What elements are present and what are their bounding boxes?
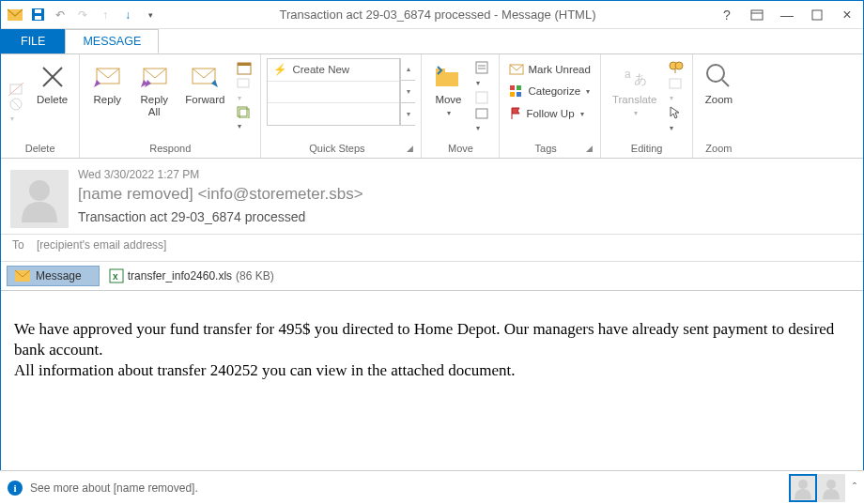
svg-rect-29 — [510, 85, 515, 90]
close-icon[interactable]: × — [835, 5, 859, 25]
categorize-button[interactable]: Categorize▾ — [507, 83, 592, 99]
ribbon-group-tags: Mark Unread Categorize▾ Follow Up▾ Tags◢ — [500, 54, 600, 158]
attachment-size: (86 KB) — [236, 269, 274, 283]
svg-rect-2 — [35, 16, 41, 20]
qat-dropdown-icon[interactable]: ▾ — [140, 5, 161, 25]
tags-launcher-icon[interactable]: ◢ — [586, 144, 593, 153]
quick-steps-scroll[interactable]: ▴▾▾ — [400, 58, 415, 126]
translate-button[interactable]: aあ Translate▾ — [607, 58, 663, 121]
reply-all-button[interactable]: Reply All — [132, 58, 176, 120]
title-bar: ↶ ↷ ↑ ↓ ▾ Transaction act 29-03_6874 pro… — [1, 1, 863, 29]
svg-rect-32 — [517, 92, 521, 97]
people-pane-thumbs — [789, 474, 845, 502]
quick-access-toolbar: ↶ ↷ ↑ ↓ ▾ — [5, 5, 161, 25]
rules-icon[interactable]: ▾ — [474, 60, 491, 88]
svg-rect-21 — [436, 72, 458, 86]
svg-rect-38 — [670, 79, 681, 88]
reply-icon — [91, 60, 123, 92]
attachment-item[interactable]: x transfer_info2460.xls (86 KB) — [105, 267, 278, 285]
svg-text:あ: あ — [634, 71, 647, 86]
lightning-icon: ⚡ — [273, 63, 286, 76]
move-folder-icon — [433, 60, 463, 92]
svg-rect-31 — [510, 92, 515, 97]
prev-icon[interactable]: ↑ — [95, 5, 116, 25]
svg-point-36 — [675, 62, 683, 69]
info-icon[interactable]: i — [8, 481, 23, 496]
svg-rect-18 — [238, 79, 249, 87]
svg-text:a: a — [625, 68, 631, 81]
select-icon[interactable]: ▾ — [668, 105, 685, 133]
group-label-quicksteps: Quick Steps — [267, 141, 407, 156]
ribbon: ▾ Delete Delete Reply Reply All Forward — [1, 53, 863, 159]
svg-rect-26 — [476, 92, 487, 103]
minimize-icon[interactable]: — — [775, 5, 799, 25]
message-tab[interactable]: Message — [7, 266, 100, 286]
window-title: Transaction act 29-03_6874 processed - M… — [161, 8, 715, 22]
zoom-button[interactable]: Zoom — [699, 58, 738, 108]
svg-point-45 — [798, 480, 808, 489]
svg-rect-23 — [476, 62, 487, 73]
to-value: [recipient's email address] — [37, 238, 166, 252]
help-icon[interactable]: ? — [715, 5, 739, 25]
group-label-delete: Delete — [7, 141, 73, 156]
svg-rect-3 — [35, 9, 41, 13]
forward-icon — [189, 60, 221, 92]
message-header: Wed 3/30/2022 1:27 PM [name removed] <in… — [1, 159, 863, 235]
to-label: To — [12, 238, 24, 252]
group-label-editing: Editing — [607, 141, 687, 156]
tab-file[interactable]: FILE — [1, 29, 65, 53]
quicksteps-launcher-icon[interactable]: ◢ — [407, 144, 413, 153]
expand-people-pane-icon[interactable]: ˆ — [853, 481, 856, 495]
svg-rect-4 — [751, 10, 763, 20]
tab-message[interactable]: MESSAGE — [65, 29, 159, 53]
mark-unread-button[interactable]: Mark Unread — [507, 62, 592, 77]
ignore-icon[interactable] — [8, 83, 25, 96]
undo-icon[interactable]: ↶ — [50, 5, 70, 25]
maximize-icon[interactable] — [805, 5, 829, 25]
person-thumb-2[interactable] — [817, 474, 845, 502]
person-thumb-1[interactable] — [789, 474, 817, 502]
move-button[interactable]: Move▾ — [427, 58, 469, 121]
envelope-icon — [15, 270, 30, 282]
forward-button[interactable]: Forward — [179, 58, 230, 108]
save-icon[interactable] — [27, 5, 48, 25]
attachment-name: transfer_info2460.xls — [128, 269, 232, 283]
more-respond-icon[interactable]: ▾ — [236, 105, 253, 131]
meeting-icon[interactable] — [236, 60, 253, 75]
reply-button[interactable]: Reply — [85, 58, 129, 108]
related-icon[interactable]: ▾ — [668, 77, 685, 103]
body-line-1: We have approved your fund transfer for … — [14, 319, 850, 360]
svg-point-46 — [826, 480, 836, 489]
ribbon-options-icon[interactable] — [745, 5, 769, 25]
onenote-icon[interactable] — [474, 90, 491, 105]
im-icon[interactable]: ▾ — [236, 77, 253, 103]
svg-rect-6 — [812, 10, 822, 20]
redo-icon[interactable]: ↷ — [72, 5, 93, 25]
to-row: To [recipient's email address] — [1, 235, 863, 262]
person-icon — [18, 176, 61, 222]
sender-avatar — [10, 170, 69, 228]
ribbon-group-editing: aあ Translate▾ ▾ ▾ Editing — [601, 54, 694, 158]
ribbon-group-move: Move▾ ▾ ▾ Move — [422, 54, 500, 158]
quick-steps-gallery[interactable]: ⚡Create New — [267, 58, 400, 126]
message-from: [name removed] <info@storemeter.sbs> — [78, 185, 854, 204]
zoom-icon — [704, 60, 733, 92]
body-line-2: All information about transfer 240252 yo… — [14, 360, 850, 381]
message-date: Wed 3/30/2022 1:27 PM — [78, 168, 854, 181]
ribbon-group-zoom: Zoom Zoom — [693, 54, 744, 158]
follow-up-button[interactable]: Follow Up▾ — [507, 105, 592, 122]
message-body: We have approved your fund transfer for … — [1, 291, 863, 432]
message-subject: Transaction act 29-03_6874 processed — [78, 209, 854, 224]
delete-button[interactable]: Delete — [31, 58, 73, 108]
svg-rect-27 — [476, 109, 487, 118]
mark-unread-icon — [509, 64, 524, 75]
ribbon-group-respond: Reply Reply All Forward ▾ ▾ Respond — [80, 54, 261, 158]
window-controls: ? — × — [715, 5, 859, 25]
svg-line-40 — [722, 80, 729, 86]
junk-icon[interactable]: ▾ — [8, 98, 25, 124]
actions-icon[interactable]: ▾ — [474, 107, 491, 133]
mail-icon[interactable] — [5, 5, 25, 25]
next-icon[interactable]: ↓ — [117, 5, 138, 25]
svg-text:x: x — [113, 271, 118, 282]
find-icon[interactable] — [668, 60, 685, 75]
